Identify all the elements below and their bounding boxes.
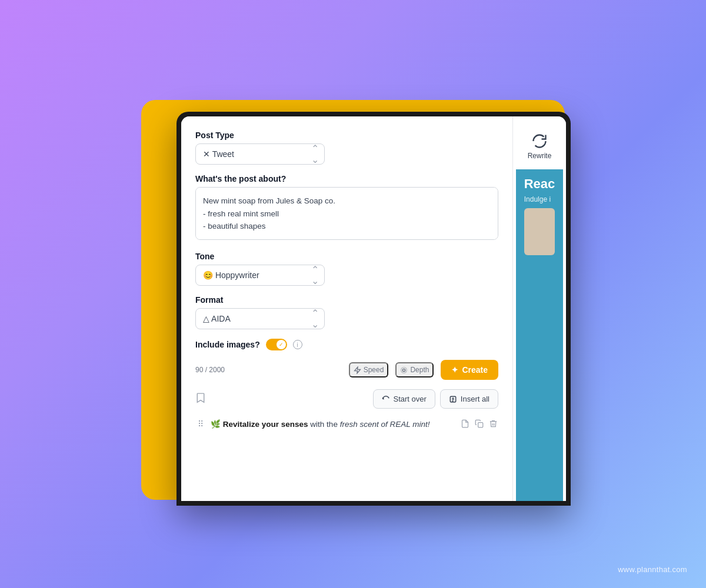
depth-button[interactable]: Depth bbox=[395, 362, 434, 377]
create-sparkle-icon: ✦ bbox=[451, 365, 458, 375]
insert-all-icon bbox=[449, 395, 457, 403]
format-section: Format △ AIDA ⌃⌄ bbox=[195, 295, 498, 329]
action-bar: Start over Insert all bbox=[195, 389, 498, 409]
post-type-label: Post Type bbox=[195, 131, 498, 140]
speed-label: Speed bbox=[364, 366, 384, 374]
post-about-textarea[interactable]: New mint soap from Jules & Soap co. - fr… bbox=[195, 187, 498, 240]
device-screen: Post Type ✕ Tweet ⌃⌄ What's the post abo… bbox=[181, 116, 566, 501]
preview-area: Reac Indulge i bbox=[516, 169, 564, 501]
format-wrapper: △ AIDA ⌃⌄ bbox=[195, 308, 325, 329]
post-about-section: What's the post about? New mint soap fro… bbox=[195, 174, 498, 242]
right-panel: Rewrite Reac Indulge i bbox=[513, 116, 566, 501]
speed-depth-row: Speed Depth ✦ Create bbox=[349, 360, 498, 380]
insert-all-button[interactable]: Insert all bbox=[440, 389, 498, 409]
tone-label: Tone bbox=[195, 252, 498, 261]
preview-title: Reac bbox=[524, 176, 555, 192]
char-count: 90 / 2000 bbox=[195, 366, 225, 374]
start-over-icon bbox=[382, 395, 390, 403]
post-type-select[interactable]: ✕ Tweet bbox=[195, 143, 325, 165]
generated-text: 🌿 Revitalize your senses with the fresh … bbox=[206, 418, 459, 431]
insert-all-label: Insert all bbox=[461, 395, 489, 403]
file-icon[interactable] bbox=[459, 418, 470, 429]
format-select[interactable]: △ AIDA bbox=[195, 308, 325, 329]
rewrite-button[interactable]: Rewrite bbox=[523, 128, 557, 165]
info-icon[interactable]: i bbox=[293, 340, 302, 349]
copy-icon[interactable] bbox=[474, 418, 484, 429]
svg-point-0 bbox=[403, 369, 405, 371]
tone-select[interactable]: 😊 Hoppywriter bbox=[195, 265, 325, 286]
include-images-toggle[interactable]: ✓ bbox=[266, 339, 287, 350]
generated-bold: Revitalize your senses bbox=[223, 420, 308, 429]
rewrite-icon bbox=[531, 133, 548, 149]
toggle-knob: ✓ bbox=[277, 340, 286, 349]
post-about-label: What's the post about? bbox=[195, 174, 498, 183]
start-over-button[interactable]: Start over bbox=[373, 389, 435, 409]
rewrite-label: Rewrite bbox=[528, 152, 552, 160]
start-over-label: Start over bbox=[394, 395, 427, 403]
tone-wrapper: 😊 Hoppywriter ⌃⌄ bbox=[195, 265, 325, 286]
bottom-row: 90 / 2000 Speed bbox=[195, 360, 498, 380]
generated-italic: fresh scent of REAL mint! bbox=[340, 420, 430, 429]
content-row: ⠿ 🌿 Revitalize your senses with the fres… bbox=[195, 418, 498, 431]
content-actions bbox=[459, 418, 498, 429]
svg-rect-3 bbox=[478, 422, 482, 427]
format-label: Format bbox=[195, 295, 498, 305]
create-button[interactable]: ✦ Create bbox=[441, 360, 498, 380]
preview-image-area bbox=[524, 208, 555, 255]
preview-text: Indulge i bbox=[524, 195, 555, 203]
tone-section: Tone 😊 Hoppywriter ⌃⌄ bbox=[195, 252, 498, 286]
include-images-row: Include images? ✓ i bbox=[195, 339, 498, 350]
include-images-label: Include images? bbox=[195, 340, 260, 349]
post-type-section: Post Type ✕ Tweet ⌃⌄ bbox=[195, 131, 498, 165]
bookmark-icon[interactable] bbox=[195, 392, 206, 406]
watermark: www.plannthat.com bbox=[618, 565, 687, 574]
toggle-check-icon: ✓ bbox=[279, 342, 284, 348]
depth-icon bbox=[400, 366, 408, 374]
speed-icon bbox=[354, 366, 361, 374]
post-type-wrapper: ✕ Tweet ⌃⌄ bbox=[195, 143, 325, 165]
generated-middle: with the bbox=[310, 420, 339, 429]
generated-emoji: 🌿 bbox=[211, 420, 221, 429]
depth-label: Depth bbox=[410, 366, 429, 374]
svg-point-1 bbox=[401, 367, 407, 373]
main-panel: Post Type ✕ Tweet ⌃⌄ What's the post abo… bbox=[181, 116, 513, 501]
delete-icon[interactable] bbox=[488, 418, 498, 429]
create-label: Create bbox=[462, 365, 488, 375]
action-buttons: Start over Insert all bbox=[373, 389, 499, 409]
drag-handle-icon[interactable]: ⠿ bbox=[195, 418, 206, 430]
speed-button[interactable]: Speed bbox=[349, 362, 389, 377]
device-frame: Post Type ✕ Tweet ⌃⌄ What's the post abo… bbox=[176, 112, 571, 506]
